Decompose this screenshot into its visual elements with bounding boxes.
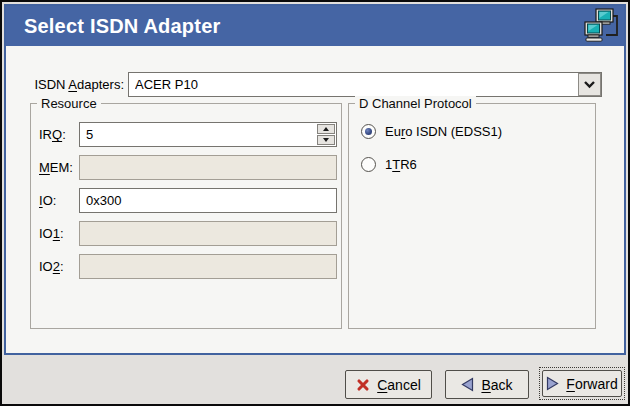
io-input[interactable] [79, 188, 337, 213]
isdn-adapter-input[interactable] [128, 72, 602, 97]
page-title: Select ISDN Adapter [24, 6, 220, 46]
io-label: IO: [39, 188, 56, 213]
radio-1tr6[interactable]: 1TR6 [361, 156, 417, 173]
irq-spin-down-button[interactable] [317, 135, 335, 145]
irq-spin-controls [317, 124, 335, 145]
io2-row: IO2: [31, 254, 341, 279]
back-button-label: Back [481, 377, 512, 393]
small-arrow-down-icon [323, 138, 329, 142]
cancel-button-label: Cancel [377, 377, 421, 393]
back-button[interactable]: Back [445, 370, 529, 399]
network-computers-icon [584, 8, 620, 44]
mem-field [79, 155, 337, 180]
irq-input[interactable] [80, 123, 324, 146]
cancel-button[interactable]: Cancel [345, 370, 432, 399]
io1-row: IO1: [31, 221, 341, 246]
forward-button[interactable]: Forward [542, 370, 622, 397]
radio-euro-isdn-label: Euro ISDN (EDSS1) [385, 123, 502, 140]
arrow-right-icon [546, 376, 559, 391]
io-row: IO: [31, 188, 341, 213]
mem-row: MEM: [31, 155, 341, 180]
d-channel-protocol-group: D Channel Protocol Euro ISDN (EDSS1) 1TR… [348, 103, 596, 329]
irq-spin-up-button[interactable] [317, 124, 335, 134]
irq-label: IRQ: [39, 122, 66, 147]
arrow-left-icon [461, 377, 474, 392]
radio-euro-isdn[interactable]: Euro ISDN (EDSS1) [361, 123, 502, 140]
title-banner: Select ISDN Adapter [6, 6, 624, 46]
io1-field [79, 221, 337, 246]
resource-group: Resource IRQ: MEM: IO: [30, 103, 342, 329]
wizard-window: Select ISDN Adapter ISDN Adapter [0, 0, 630, 406]
io2-field [79, 254, 337, 279]
small-arrow-up-icon [323, 127, 329, 131]
radio-button-icon [361, 124, 376, 139]
content-panel: Select ISDN Adapter ISDN Adapter [4, 4, 626, 355]
radio-button-icon [361, 157, 376, 172]
dropdown-button[interactable] [578, 73, 601, 96]
forward-button-label: Forward [566, 376, 617, 392]
io1-label: IO1: [39, 221, 64, 246]
resource-group-title: Resource [37, 96, 101, 111]
radio-1tr6-label: 1TR6 [385, 156, 417, 173]
cancel-x-icon [356, 378, 370, 392]
d-channel-protocol-title: D Channel Protocol [355, 96, 476, 111]
mem-label: MEM: [39, 155, 73, 180]
irq-spinbutton[interactable] [79, 122, 337, 147]
io2-label: IO2: [39, 254, 64, 279]
forward-button-focus-ring: Forward [539, 367, 625, 400]
chevron-down-icon [583, 80, 596, 89]
isdn-adapter-combobox[interactable] [128, 72, 602, 97]
irq-row: IRQ: [31, 122, 341, 147]
isdn-adapters-label: ISDN Adapters: [24, 72, 124, 97]
